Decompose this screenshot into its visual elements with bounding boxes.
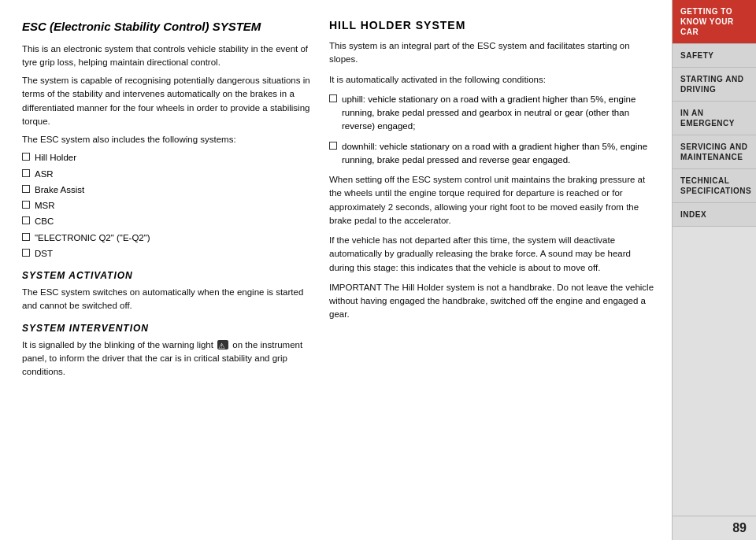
condition-label-2: downhill: vehicle stationary on a road w… — [342, 140, 656, 168]
list-label-7: DST — [35, 247, 53, 261]
checkbox-icon-2 — [22, 169, 30, 177]
list-label-4: MSR — [35, 199, 55, 213]
right-para-2: If the vehicle has not departed after th… — [329, 234, 656, 275]
right-para-3: IMPORTANT The Hill Holder system is not … — [329, 281, 656, 322]
left-para-2: The system is capable of recognising pot… — [22, 74, 313, 128]
list-label-1: Hill Holder — [35, 151, 76, 165]
left-para-1: This is an electronic system that contro… — [22, 43, 313, 70]
right-column: HILL HOLDER SYSTEM This system is an int… — [329, 19, 656, 524]
list-item-1: Hill Holder — [22, 151, 313, 165]
sidebar: GETTING TOKNOW YOUR CAR SAFETY STARTING … — [672, 0, 756, 540]
activation-text: The ESC system switches on automatically… — [22, 286, 313, 313]
sidebar-item-starting-driving[interactable]: STARTING ANDDRIVING — [673, 68, 756, 102]
list-item-3: Brake Assist — [22, 183, 313, 197]
list-item-4: MSR — [22, 199, 313, 213]
sidebar-item-index[interactable]: INDEX — [673, 203, 756, 227]
checkbox-icon-4 — [22, 201, 30, 209]
checkbox-icon-1 — [22, 153, 30, 161]
sidebar-item-servicing[interactable]: SERVICING ANDMAINTENANCE — [673, 135, 756, 169]
sidebar-item-technical[interactable]: TECHNICALSPECIFICATIONS — [673, 169, 756, 203]
condition-item-2: downhill: vehicle stationary on a road w… — [329, 140, 656, 168]
page-number: 89 — [673, 516, 756, 540]
right-para-1: When setting off the ESC system control … — [329, 173, 656, 227]
main-content: ESC (Electronic Stability Control) SYSTE… — [0, 0, 672, 540]
checkbox-icon-3 — [22, 185, 30, 193]
condition-label-1: uphill: vehicle stationary on a road wit… — [342, 93, 656, 134]
list-label-5: CBC — [35, 215, 54, 228]
list-item-7: DST — [22, 247, 313, 261]
checkbox-icon-5 — [22, 216, 30, 224]
condition-checkbox-2 — [329, 142, 337, 150]
sidebar-spacer — [673, 227, 756, 516]
warning-icon — [217, 340, 228, 350]
right-intro: This system is an integral part of the E… — [329, 39, 656, 67]
right-title: HILL HOLDER SYSTEM — [329, 19, 656, 31]
checkbox-icon-7 — [22, 249, 30, 257]
list-label-2: ASR — [35, 168, 54, 181]
condition-checkbox-1 — [329, 94, 337, 102]
checkbox-icon-6 — [22, 233, 30, 241]
activation-heading: SYSTEM ACTIVATION — [22, 270, 313, 281]
left-column: ESC (Electronic Stability Control) SYSTE… — [22, 19, 313, 524]
left-title: ESC (Electronic Stability Control) SYSTE… — [22, 19, 313, 35]
condition-item-1: uphill: vehicle stationary on a road wit… — [329, 93, 656, 134]
list-item-2: ASR — [22, 168, 313, 181]
sidebar-item-safety[interactable]: SAFETY — [673, 44, 756, 68]
list-item-5: CBC — [22, 215, 313, 228]
list-item-6: "ELECTRONIC Q2" ("E-Q2") — [22, 231, 313, 245]
sidebar-item-getting-to-know[interactable]: GETTING TOKNOW YOUR CAR — [673, 0, 756, 44]
list-label-3: Brake Assist — [35, 183, 84, 197]
conditions-intro: It is automatically activated in the fol… — [329, 73, 656, 87]
intervention-heading: SYSTEM INTERVENTION — [22, 323, 313, 334]
list-label-6: "ELECTRONIC Q2" ("E-Q2") — [35, 231, 150, 245]
intervention-text: It is signalled by the blinking of the w… — [22, 338, 313, 379]
left-para-3: The ESC system also includes the followi… — [22, 133, 313, 146]
sidebar-item-emergency[interactable]: IN AN EMERGENCY — [673, 102, 756, 135]
